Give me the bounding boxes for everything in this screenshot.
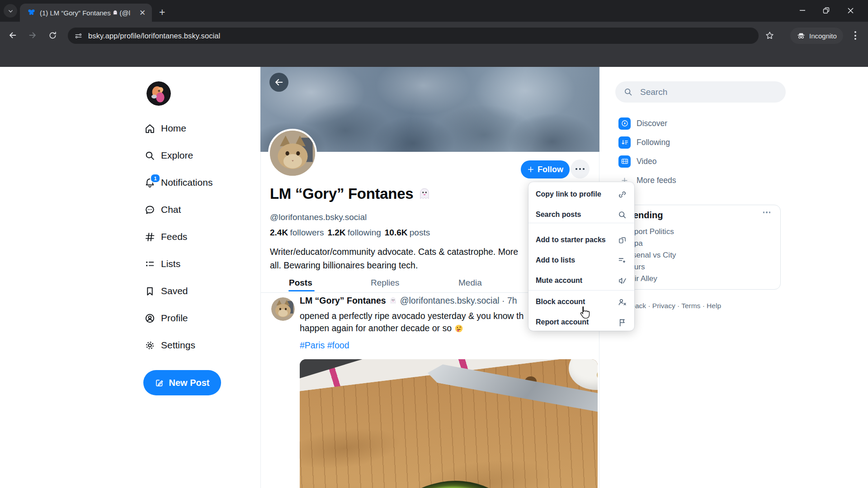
menu-divider <box>528 223 634 223</box>
sidebar-item-chat[interactable]: Chat <box>144 201 234 219</box>
profile-bio-line2: all. Bewaring billionaires bearing tech. <box>270 260 418 271</box>
home-icon <box>144 122 156 134</box>
sidebar-item-notifications[interactable]: 1 Notifications <box>144 174 234 192</box>
trending-more-icon[interactable] <box>763 211 771 213</box>
new-post-button[interactable]: New Post <box>143 370 221 395</box>
trending-card: Trending Airport Politics Kepa Arsenal v… <box>615 205 781 290</box>
browser-tab[interactable]: (1) LM “Gory” Fontanes (@l ✕ <box>20 4 152 22</box>
sidebar-item-label: Saved <box>161 286 188 296</box>
sidebar-item-lists[interactable]: Lists <box>144 255 234 273</box>
bookmark-icon <box>144 285 156 297</box>
sidebar-item-feeds[interactable]: Feeds <box>144 228 234 246</box>
sidebar-item-label: Settings <box>161 340 195 351</box>
following-stat[interactable]: 1.2K following <box>327 228 381 238</box>
sidebar-item-saved[interactable]: Saved <box>144 282 234 300</box>
winking-face-icon <box>454 324 463 333</box>
sidebar-item-profile[interactable]: Profile <box>144 309 234 327</box>
menu-item-add-starter-packs[interactable]: Add to starter packs <box>528 230 634 250</box>
follow-button[interactable]: Follow <box>521 160 570 178</box>
new-tab-button[interactable]: + <box>159 7 165 18</box>
posts-stat: 10.6K posts <box>385 228 430 238</box>
bookmark-star-icon[interactable] <box>763 29 776 42</box>
profile-name: LM “Gory” Fontanes <box>270 185 431 202</box>
sidebar-item-label: Explore <box>161 150 193 161</box>
reload-button[interactable] <box>46 29 59 42</box>
search-icon <box>623 87 633 97</box>
menu-item-label: Copy link to profile <box>536 190 601 198</box>
flag-icon <box>617 317 627 327</box>
feed-label: More feeds <box>637 176 676 185</box>
profile-avatar[interactable] <box>268 129 317 178</box>
sidebar-item-label: Lists <box>161 258 180 269</box>
post-text-line2: happen again for another decade or so <box>300 323 463 333</box>
active-tab-underline <box>288 290 315 291</box>
bell-icon: 1 <box>144 177 156 188</box>
add-list-icon <box>617 255 627 265</box>
feed-following[interactable]: Following <box>618 136 768 149</box>
incognito-icon <box>797 31 806 40</box>
post-avatar[interactable] <box>271 297 295 321</box>
chevron-down-icon <box>8 8 14 14</box>
back-arrow-icon <box>274 77 284 87</box>
post-image[interactable] <box>300 359 598 488</box>
discover-feed-icon <box>618 117 631 130</box>
starter-pack-icon <box>617 235 627 245</box>
search-input[interactable] <box>639 87 768 98</box>
sidebar-item-settings[interactable]: Settings <box>144 336 234 354</box>
sidebar-item-label: Notifications <box>161 177 212 188</box>
forward-button[interactable] <box>26 29 39 42</box>
mute-icon <box>617 276 627 286</box>
feed-label: Following <box>637 138 670 147</box>
site-settings-icon[interactable] <box>74 32 83 40</box>
compose-icon <box>155 378 164 388</box>
sidebar-item-label: Profile <box>161 313 188 324</box>
feed-discover[interactable]: Discover <box>618 117 768 130</box>
menu-item-label: Add to starter packs <box>536 236 606 244</box>
post-handle-time: @lorifontanes.bsky.social · 7h <box>400 296 517 306</box>
tab-search-button[interactable] <box>4 4 17 18</box>
search-box[interactable] <box>615 81 786 103</box>
avatar[interactable] <box>146 81 171 106</box>
search-icon <box>144 150 156 161</box>
plus-icon <box>527 166 534 173</box>
sidebar-item-label: Chat <box>161 204 181 215</box>
followers-stat[interactable]: 2.4K followers <box>270 228 324 238</box>
profile-back-button[interactable] <box>269 73 288 92</box>
window-minimize-button[interactable] <box>796 5 809 16</box>
window-restore-button[interactable] <box>819 5 833 16</box>
sidebar-item-home[interactable]: Home <box>144 119 234 137</box>
menu-item-label: Block account <box>536 298 585 306</box>
list-icon <box>144 258 156 270</box>
feed-more[interactable]: More feeds <box>618 174 768 187</box>
address-bar[interactable]: bsky.app/profile/lorifontanes.bsky.socia… <box>68 28 759 44</box>
gear-icon <box>144 339 156 351</box>
tab-replies[interactable]: Replies <box>371 278 399 288</box>
feed-video[interactable]: Video <box>618 155 768 168</box>
browser-menu-icon[interactable] <box>854 31 856 40</box>
menu-item-add-to-lists[interactable]: Add to lists <box>528 250 634 270</box>
ghost-icon <box>418 187 431 201</box>
new-post-label: New Post <box>169 378 209 388</box>
sidebar-item-explore[interactable]: Explore <box>144 146 234 164</box>
profile-bio-line1: Writer/educator/community advocate. Cats… <box>270 247 518 257</box>
tab-media[interactable]: Media <box>458 278 482 288</box>
menu-item-search-posts[interactable]: Search posts <box>528 205 634 225</box>
menu-divider <box>528 290 634 291</box>
person-icon <box>144 312 156 324</box>
menu-item-mute-account[interactable]: Mute account <box>528 271 634 291</box>
post-author-line[interactable]: LM “Gory” Fontanes @lorifontanes.bsky.so… <box>300 296 517 306</box>
profile-more-button[interactable] <box>571 160 590 178</box>
video-feed-icon <box>618 155 631 168</box>
menu-item-label: Search posts <box>536 211 581 219</box>
tab-close-icon[interactable]: ✕ <box>137 8 147 18</box>
menu-item-copy-link[interactable]: Copy link to profile <box>528 184 634 204</box>
feed-label: Video <box>637 157 656 166</box>
tab-posts[interactable]: Posts <box>289 278 312 288</box>
post-author-name[interactable]: LM “Gory” Fontanes <box>300 296 386 306</box>
post-hashtags[interactable]: #Paris #food <box>300 340 349 351</box>
mouse-cursor <box>577 305 591 323</box>
incognito-label: Incognito <box>809 32 837 40</box>
back-button[interactable] <box>6 29 19 42</box>
window-close-button[interactable] <box>844 5 857 16</box>
menu-item-label: Mute account <box>536 277 582 285</box>
